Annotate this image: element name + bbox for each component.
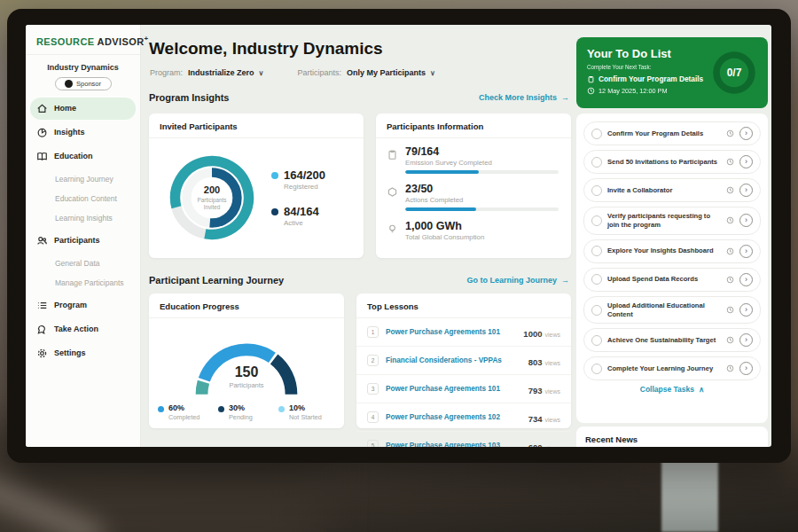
task-checkbox[interactable] [591,364,602,374]
sidebar-item-program[interactable]: Program [30,294,136,317]
sidebar-item-manage-participants[interactable]: Manage Participants [30,273,136,293]
actions-completed-metric: 23/50 Actions Completed [387,183,559,211]
lightbulb-icon [387,220,398,245]
todo-item[interactable]: Verify participants requesting to join t… [583,207,761,235]
sidebar-item-insights[interactable]: Insights [30,121,136,144]
views-count: 803 [528,357,543,367]
time-estimate-icon [726,129,734,137]
lesson-link[interactable]: Financial Considerations - VPPAs [386,356,521,364]
sponsor-badge-icon [65,80,73,88]
time-estimate-icon [726,186,734,194]
program-dropdown-value: Industrialize Zero [188,68,254,77]
task-open-button[interactable]: › [739,333,753,347]
todo-list-card: Confirm Your Program Details › Send 50 I… [576,113,768,423]
sidebar-item-education-content[interactable]: Education Content [30,189,136,208]
program-dropdown[interactable]: Industrialize Zero ∨ [188,68,263,77]
participants-icon [36,235,48,246]
sidebar-item-general-data[interactable]: General Data [30,254,136,273]
todo-next-task-label: Confirm Your Program Details [598,74,703,83]
legend-not-started: 10% Not Started [278,403,339,421]
participants-dropdown-value: Only My Participants [347,68,426,77]
lesson-link[interactable]: Power Purchase Agreements 102 [386,413,521,421]
task-open-button[interactable]: › [739,155,753,168]
sidebar-item-education[interactable]: Education [30,145,136,168]
views-label: views [544,332,560,338]
task-checkbox[interactable] [591,246,602,256]
todo-item[interactable]: Send 50 Invitations to Participants › [583,150,761,174]
sidebar-item-settings[interactable]: Settings [30,342,136,364]
clipboard-icon [587,75,595,83]
sidebar-item-label: Learning Journey [55,175,113,184]
task-open-button[interactable]: › [739,127,753,140]
task-open-button[interactable]: › [739,245,753,258]
legend-label: Active [284,219,319,227]
todo-item[interactable]: Invite a Collaborator › [583,178,761,202]
task-checkbox[interactable] [591,185,602,196]
actions-icon [387,183,398,211]
go-to-learning-journey-link[interactable]: Go to Learning Journey → [466,276,569,285]
chevron-down-icon: ∨ [430,69,435,77]
todo-item[interactable]: Achieve One Sustainability Target › [583,328,761,352]
task-checkbox[interactable] [591,157,602,168]
task-label: Confirm Your Program Details [607,129,721,138]
legend-dot-active [271,208,278,215]
task-open-button[interactable]: › [739,303,753,317]
participants-dropdown[interactable]: Only My Participants ∨ [347,68,435,77]
time-estimate-icon [726,216,734,224]
legend-label: Completed [168,413,200,421]
views-label: views [544,417,560,423]
clipboard-icon [387,145,398,174]
task-label: Achieve One Sustainability Target [607,336,721,345]
legend-dot-registered [271,172,278,179]
task-open-button[interactable]: › [739,273,753,286]
task-open-button[interactable]: › [739,214,753,227]
lesson-link[interactable]: Power Purchase Agreements 103 [386,442,521,447]
sponsor-badge-label: Sponsor [76,80,101,88]
filter-bar: Program: Industrialize Zero ∨ Participan… [150,68,435,77]
chevron-right-icon: › [745,246,747,255]
sidebar-item-participants[interactable]: Participants [30,230,136,252]
lesson-link[interactable]: Power Purchase Agreements 101 [386,385,521,393]
task-checkbox[interactable] [591,335,602,346]
lesson-row: 1 Power Purchase Agreements 101 1000view… [356,318,571,347]
page-title: Welcome, Industry Dynamics [149,39,383,59]
todo-item[interactable]: Complete Your Learning Journey › [583,356,761,380]
legend-value: 164/200 [284,168,325,182]
sidebar-item-label: Participants [54,236,100,245]
monitor-bezel: RESOURCE ADVISOR+ Industry Dynamics Spon… [7,9,791,463]
sidebar-item-learning-journey[interactable]: Learning Journey [30,169,136,189]
todo-item[interactable]: Confirm Your Program Details › [583,121,761,145]
invited-participants-card: Invited Participants 200 Partic [149,113,364,258]
task-label: Upload Additional Educational Content [607,301,721,319]
views-count: 1000 [523,329,542,339]
task-open-button[interactable]: › [739,184,753,197]
sidebar-item-take-action[interactable]: Take Action [30,318,136,340]
task-checkbox[interactable] [591,215,602,226]
section-title: Participant Learning Journey [149,275,284,286]
todo-item[interactable]: Explore Your Insights Dashboard › [583,239,761,263]
chevron-right-icon: › [745,305,747,314]
organization-name: Industry Dynamics [26,63,140,72]
task-checkbox[interactable] [591,305,602,316]
sidebar-item-learning-insights[interactable]: Learning Insights [30,208,136,228]
lesson-link[interactable]: Power Purchase Agreements 101 [386,328,516,336]
views-label: views [544,388,560,395]
todo-progress-count: 0/7 [709,48,759,98]
todo-item[interactable]: Upload Additional Educational Content › [583,296,761,325]
collapse-tasks-link[interactable]: Collapse Tasks ∧ [583,385,761,394]
sidebar-item-home[interactable]: Home [30,98,136,120]
logo-primary: RESOURCE [36,36,95,47]
legend-pending: 30% Pending [218,403,278,421]
task-open-button[interactable]: › [739,362,753,375]
time-estimate-icon [726,336,734,344]
legend-pct: 60% [168,403,200,412]
sidebar-nav: Home Insights Education Learning Journey [26,98,140,364]
task-label: Upload Spend Data Records [607,275,721,284]
legend-pct: 10% [289,403,322,412]
task-checkbox[interactable] [591,274,602,285]
todo-item[interactable]: Upload Spend Data Records › [583,268,761,292]
legend-active: 84/164 Active [271,205,325,227]
task-checkbox[interactable] [591,129,602,139]
check-more-insights-link[interactable]: Check More Insights → [479,93,569,102]
legend-registered: 164/200 Registered [271,168,325,191]
